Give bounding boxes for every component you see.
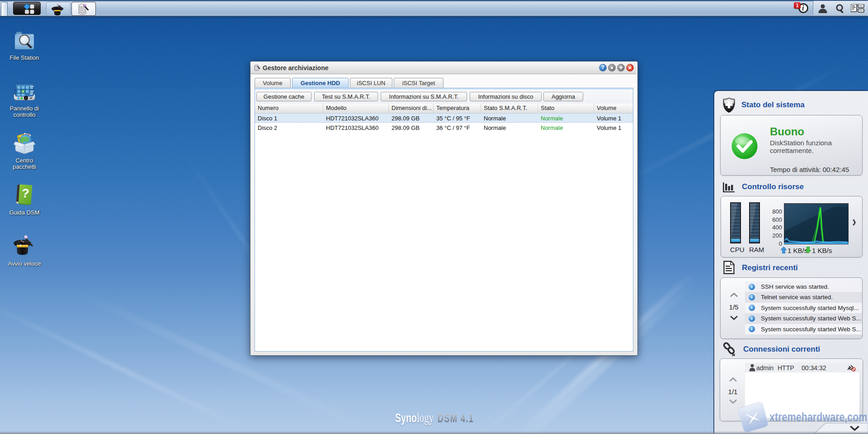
svg-text:?: ? bbox=[21, 186, 30, 200]
